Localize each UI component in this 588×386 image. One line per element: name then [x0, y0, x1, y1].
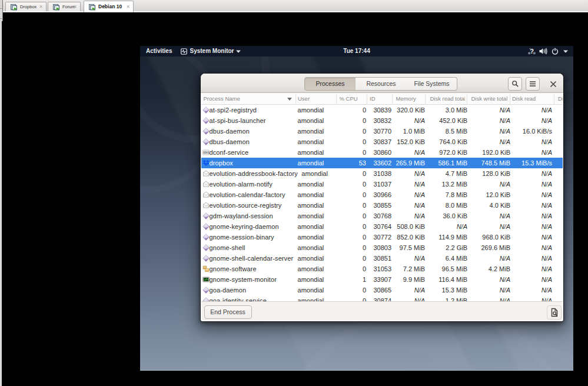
svg-text:?: ? [530, 48, 534, 55]
svg-text:101: 101 [202, 151, 209, 155]
